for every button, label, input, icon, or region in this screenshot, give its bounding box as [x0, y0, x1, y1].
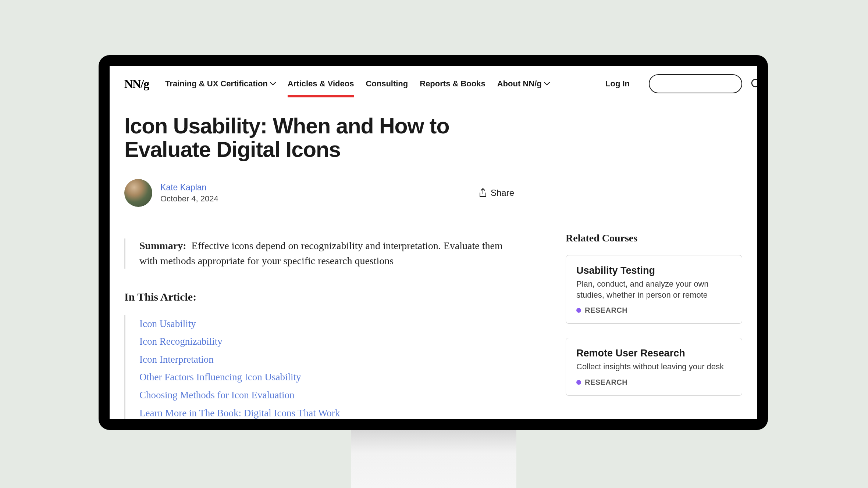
main-column: Icon Usability: When and How to Evaluate…	[124, 115, 514, 419]
chevron-down-icon	[270, 82, 276, 86]
course-tag: RESEARCH	[576, 306, 732, 315]
nav-reports[interactable]: Reports & Books	[420, 72, 485, 96]
page-title: Icon Usability: When and How to Evaluate…	[124, 115, 514, 161]
toc-item[interactable]: Choosing Methods for Icon Evaluation	[139, 386, 514, 404]
nav-articles[interactable]: Articles & Videos	[288, 72, 354, 96]
course-title: Remote User Research	[576, 348, 732, 359]
sidebar-column: Related Courses Usability Testing Plan, …	[566, 115, 742, 419]
nav-about-label: About NN/g	[497, 79, 542, 89]
toc-heading: In This Article:	[124, 291, 514, 303]
toc-item[interactable]: Other Factors Influencing Icon Usability	[139, 368, 514, 386]
course-tag-label: RESEARCH	[585, 306, 627, 315]
nav-training-label: Training & UX Certification	[165, 79, 268, 89]
course-card[interactable]: Remote User Research Collect insights wi…	[566, 338, 742, 396]
nav-consulting-label: Consulting	[366, 79, 408, 89]
course-card[interactable]: Usability Testing Plan, conduct, and ana…	[566, 255, 742, 324]
summary-text: Effective icons depend on recognizabilit…	[139, 240, 503, 266]
tag-dot-icon	[576, 308, 581, 313]
monitor-stand	[351, 430, 516, 488]
toc-item[interactable]: Icon Interpretation	[139, 351, 514, 369]
toc-item[interactable]: Learn More in The Book: Digital Icons Th…	[139, 404, 514, 419]
summary-block: Summary: Effective icons depend on recog…	[124, 238, 514, 268]
author-block: Kate Kaplan October 4, 2024	[160, 183, 471, 204]
share-label: Share	[491, 188, 514, 198]
nav-consulting[interactable]: Consulting	[366, 72, 408, 96]
summary-label: Summary:	[139, 240, 186, 251]
chevron-down-icon	[544, 82, 550, 86]
search-box[interactable]	[649, 74, 742, 93]
search-input[interactable]	[655, 80, 748, 88]
nav-training[interactable]: Training & UX Certification	[165, 72, 276, 96]
nav-articles-label: Articles & Videos	[288, 79, 354, 89]
related-courses-heading: Related Courses	[566, 232, 742, 244]
byline: Kate Kaplan October 4, 2024 Share	[124, 179, 514, 207]
tag-dot-icon	[576, 380, 581, 385]
top-nav: NN/g Training & UX Certification Article…	[110, 66, 757, 96]
toc-list: Icon Usability Icon Recognizability Icon…	[124, 315, 514, 419]
toc-item[interactable]: Icon Usability	[139, 315, 514, 333]
site-logo[interactable]: NN/g	[124, 77, 149, 91]
nav-reports-label: Reports & Books	[420, 79, 485, 89]
content: Icon Usability: When and How to Evaluate…	[110, 96, 757, 419]
svg-point-0	[752, 79, 757, 87]
login-link[interactable]: Log In	[605, 79, 630, 89]
share-button[interactable]: Share	[479, 188, 514, 198]
course-desc: Collect insights without leaving your de…	[576, 361, 732, 372]
course-tag-label: RESEARCH	[585, 378, 627, 387]
search-icon	[751, 78, 757, 89]
course-desc: Plan, conduct, and analyze your own stud…	[576, 279, 732, 300]
publish-date: October 4, 2024	[160, 194, 471, 204]
share-icon	[479, 188, 487, 198]
nav-about[interactable]: About NN/g	[497, 72, 550, 96]
course-tag: RESEARCH	[576, 378, 732, 387]
author-name-link[interactable]: Kate Kaplan	[160, 183, 471, 193]
course-title: Usability Testing	[576, 265, 732, 276]
toc-item[interactable]: Icon Recognizability	[139, 333, 514, 351]
screen: NN/g Training & UX Certification Article…	[110, 66, 757, 419]
monitor-frame: NN/g Training & UX Certification Article…	[99, 55, 768, 430]
author-avatar[interactable]	[124, 179, 152, 207]
